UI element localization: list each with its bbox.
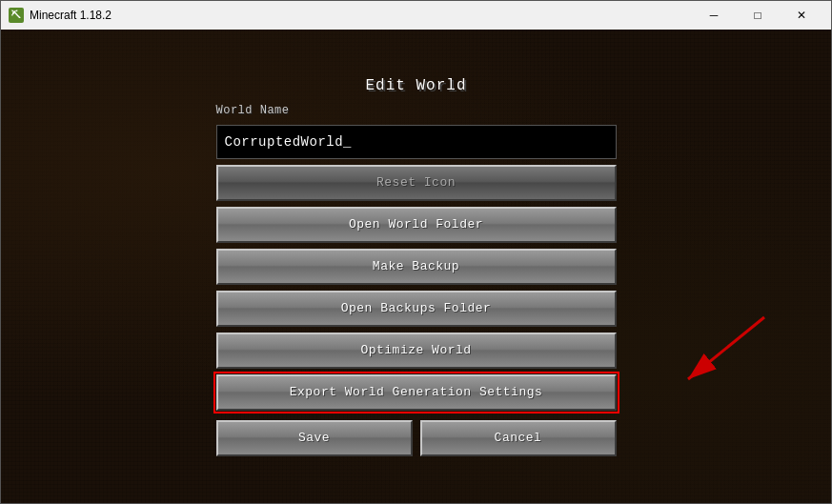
dialog-title: Edit World bbox=[365, 77, 466, 94]
svg-line-1 bbox=[688, 317, 764, 379]
maximize-button[interactable]: □ bbox=[736, 1, 780, 30]
window-title: Minecraft 1.18.2 bbox=[30, 9, 692, 22]
arrow-icon bbox=[660, 308, 774, 403]
edit-world-dialog: Edit World World Name Reset Icon Open Wo… bbox=[216, 77, 617, 456]
open-backups-folder-button[interactable]: Open Backups Folder bbox=[216, 291, 617, 327]
arrow-annotation bbox=[660, 308, 774, 408]
reset-icon-button[interactable]: Reset Icon bbox=[216, 165, 617, 201]
save-button[interactable]: Save bbox=[216, 420, 413, 456]
window-controls: ─ □ ✕ bbox=[692, 1, 823, 30]
make-backup-button[interactable]: Make Backup bbox=[216, 249, 617, 285]
minimize-button[interactable]: ─ bbox=[692, 1, 736, 30]
world-name-input[interactable] bbox=[216, 125, 617, 159]
titlebar: ⛏ Minecraft 1.18.2 ─ □ ✕ bbox=[1, 1, 831, 30]
minecraft-window: ⛏ Minecraft 1.18.2 ─ □ ✕ Edit World Worl… bbox=[0, 0, 832, 504]
app-icon: ⛏ bbox=[9, 8, 24, 23]
cancel-button[interactable]: Cancel bbox=[420, 420, 617, 456]
main-content: Edit World World Name Reset Icon Open Wo… bbox=[1, 30, 831, 503]
export-world-generation-settings-button[interactable]: Export World Generation Settings bbox=[216, 374, 617, 411]
open-world-folder-button[interactable]: Open World Folder bbox=[216, 207, 617, 243]
world-name-label: World Name bbox=[216, 104, 290, 117]
optimize-world-button[interactable]: Optimize World bbox=[216, 333, 617, 369]
close-button[interactable]: ✕ bbox=[780, 1, 823, 30]
bottom-buttons: Save Cancel bbox=[216, 420, 617, 456]
